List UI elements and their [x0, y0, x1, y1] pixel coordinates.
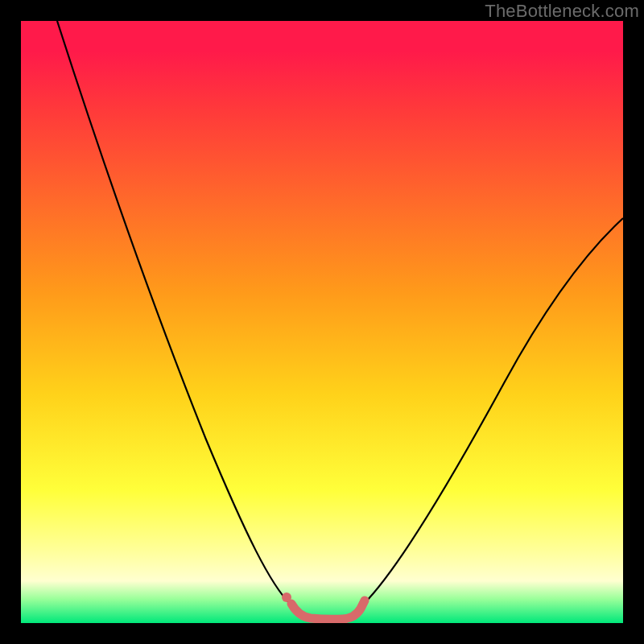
watermark-text: TheBottleneck.com: [485, 1, 639, 22]
curve-layer: [21, 21, 623, 623]
chart-area: [21, 21, 623, 623]
bottleneck-curve-right: [363, 218, 623, 605]
bottleneck-curve-left: [57, 21, 291, 605]
marker-dot: [282, 592, 291, 602]
marker-squiggle: [291, 601, 365, 619]
